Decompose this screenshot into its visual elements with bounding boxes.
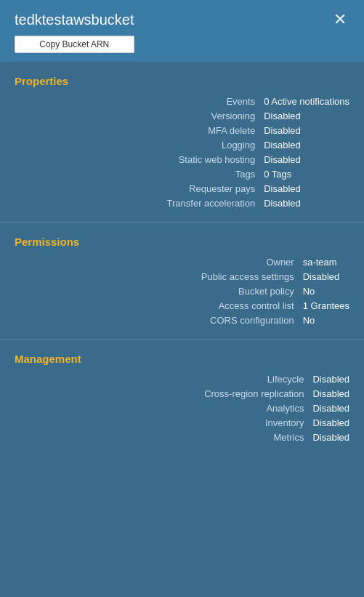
- prop-label: Versioning: [15, 111, 264, 121]
- properties-grid: Events0 Active notificationsVersioningDi…: [15, 96, 349, 209]
- header-left: tedktestawsbucket Copy Bucket ARN: [15, 12, 134, 53]
- panel: tedktestawsbucket Copy Bucket ARN ✕ Prop…: [0, 0, 364, 597]
- prop-value: Disabled: [312, 417, 349, 428]
- management-grid: LifecycleDisabledCross-region replicatio…: [15, 374, 349, 443]
- prop-label: Static web hosting: [15, 154, 264, 165]
- properties-section: Properties Events0 Active notificationsV…: [0, 62, 364, 222]
- prop-label: Cross-region replication: [15, 388, 312, 399]
- prop-label: Public access settings: [15, 271, 303, 282]
- prop-label: Events: [15, 96, 264, 107]
- prop-value: No: [303, 315, 349, 326]
- permissions-grid: Ownersa-teamPublic access settingsDisabl…: [15, 257, 349, 326]
- prop-value: Disabled: [312, 432, 349, 443]
- prop-label: CORS configuration: [15, 315, 303, 326]
- prop-label: Tags: [15, 169, 264, 180]
- prop-label: Access control list: [15, 300, 303, 311]
- prop-label: Inventory: [15, 417, 312, 428]
- prop-label: Lifecycle: [15, 374, 312, 385]
- prop-label: MFA delete: [15, 125, 264, 136]
- prop-value: Disabled: [264, 154, 349, 165]
- management-section: Management LifecycleDisabledCross-region…: [0, 339, 364, 456]
- prop-value: Disabled: [312, 403, 349, 414]
- prop-label: Owner: [15, 257, 303, 268]
- content: Properties Events0 Active notificationsV…: [0, 62, 364, 526]
- properties-title: Properties: [15, 75, 349, 87]
- prop-value: Disabled: [264, 183, 349, 194]
- header: tedktestawsbucket Copy Bucket ARN ✕: [0, 0, 364, 62]
- prop-label: Logging: [15, 140, 264, 151]
- copy-arn-button[interactable]: Copy Bucket ARN: [15, 36, 134, 53]
- prop-value: Disabled: [303, 271, 349, 282]
- prop-label: Metrics: [15, 432, 312, 443]
- prop-label: Analytics: [15, 403, 312, 414]
- management-title: Management: [15, 353, 349, 365]
- prop-value: Disabled: [264, 125, 349, 136]
- permissions-section: Permissions Ownersa-teamPublic access se…: [0, 222, 364, 339]
- prop-value: 0 Tags: [264, 169, 349, 180]
- prop-value: sa-team: [303, 257, 349, 268]
- bucket-title: tedktestawsbucket: [15, 12, 134, 28]
- permissions-title: Permissions: [15, 236, 349, 248]
- prop-value: Disabled: [264, 111, 349, 121]
- prop-value: 0 Active notifications: [264, 96, 349, 107]
- prop-label: Bucket policy: [15, 286, 303, 297]
- prop-label: Requester pays: [15, 183, 264, 194]
- close-button[interactable]: ✕: [331, 12, 349, 28]
- prop-label: Transfer acceleration: [15, 198, 264, 209]
- prop-value: Disabled: [312, 374, 349, 385]
- prop-value: Disabled: [264, 198, 349, 209]
- prop-value: Disabled: [264, 140, 349, 151]
- prop-value: Disabled: [312, 388, 349, 399]
- prop-value: 1 Grantees: [303, 300, 349, 311]
- footer-space: [0, 526, 364, 597]
- prop-value: No: [303, 286, 349, 297]
